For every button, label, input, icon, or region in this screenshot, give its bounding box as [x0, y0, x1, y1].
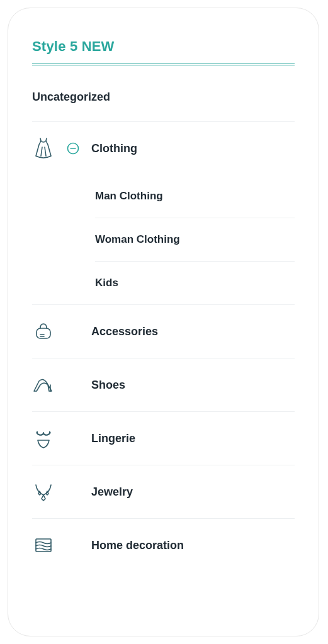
toggle-spacer — [66, 485, 80, 499]
subcategory-label: Man Clothing — [95, 190, 163, 202]
title-double-rule — [32, 64, 295, 65]
lingerie-icon — [32, 427, 55, 450]
bag-icon — [32, 320, 55, 343]
toggle-spacer — [66, 325, 80, 338]
category-label: Jewelry — [91, 486, 133, 499]
uncategorized-label[interactable]: Uncategorized — [32, 91, 295, 104]
card-title: Style 5 NEW — [32, 38, 295, 55]
dress-icon — [32, 137, 55, 160]
category-label: Clothing — [91, 142, 137, 155]
category-row-lingerie[interactable]: Lingerie — [32, 412, 295, 465]
category-label: Home decoration — [91, 539, 184, 552]
category-row-accessories[interactable]: Accessories — [32, 305, 295, 358]
subcategory-man-clothing[interactable]: Man Clothing — [95, 175, 295, 218]
category-label: Shoes — [91, 379, 125, 392]
toggle-spacer — [66, 538, 80, 552]
subcategory-woman-clothing[interactable]: Woman Clothing — [95, 218, 295, 261]
subcategory-kids[interactable]: Kids — [95, 262, 295, 304]
category-row-home-decoration[interactable]: Home decoration — [32, 519, 295, 572]
subcategory-label: Kids — [95, 277, 118, 289]
category-list: Clothing Man Clothing Woman Clothing Kid… — [32, 121, 295, 572]
necklace-icon — [32, 480, 55, 503]
high-heel-icon — [32, 374, 55, 396]
fabric-icon — [32, 534, 55, 557]
toggle-spacer — [66, 431, 80, 445]
subcategory-label: Woman Clothing — [95, 233, 180, 245]
clothing-sublist: Man Clothing Woman Clothing Kids — [32, 175, 295, 304]
category-row-clothing[interactable]: Clothing — [32, 122, 295, 175]
toggle-spacer — [66, 378, 80, 392]
category-row-jewelry[interactable]: Jewelry — [32, 465, 295, 518]
category-row-shoes[interactable]: Shoes — [32, 358, 295, 411]
category-label: Accessories — [91, 325, 158, 338]
collapse-toggle[interactable] — [66, 142, 80, 155]
category-label: Lingerie — [91, 432, 135, 445]
style-card: Style 5 NEW Uncategorized Clothing — [8, 8, 319, 636]
